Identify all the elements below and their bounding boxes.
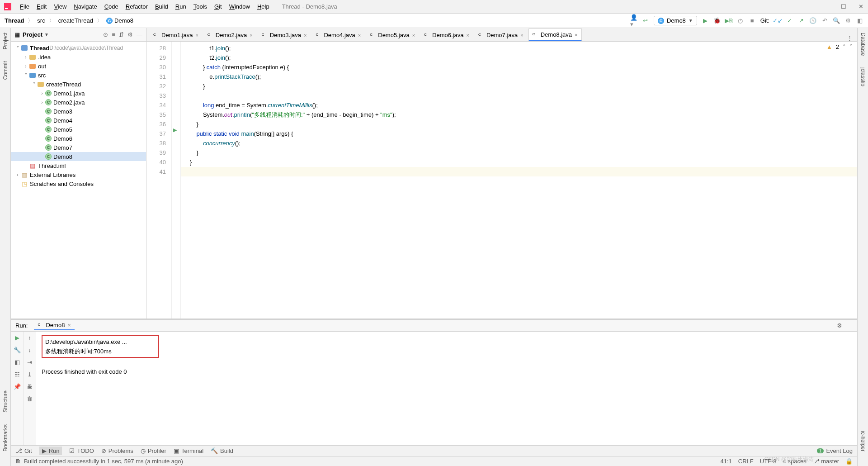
settings-icon[interactable]: ⚙ xyxy=(844,17,852,24)
menu-git[interactable]: Git xyxy=(211,3,226,10)
menu-navigate[interactable]: Navigate xyxy=(70,3,100,10)
maximize-icon[interactable]: ☐ xyxy=(840,3,847,10)
close-tab-icon[interactable]: × xyxy=(520,33,523,38)
run-hide-icon[interactable]: — xyxy=(847,322,853,329)
scroll-end-icon[interactable]: ⤓ xyxy=(27,371,32,378)
status-caret[interactable]: 41:1 xyxy=(720,458,731,465)
run-pin-icon[interactable]: 📌 xyxy=(14,383,21,390)
tool-build[interactable]: 🔨 Build xyxy=(211,447,233,454)
status-branch[interactable]: ⎇ master xyxy=(813,458,839,465)
inspect-down-icon[interactable]: ˅ xyxy=(849,43,853,50)
scroll-down-icon[interactable]: ↓ xyxy=(28,347,31,353)
menu-tools[interactable]: Tools xyxy=(190,3,211,10)
tool-git[interactable]: ⎇ Git xyxy=(15,447,32,454)
git-update-icon[interactable]: ✓↙ xyxy=(774,17,781,24)
close-tab-icon[interactable]: × xyxy=(358,33,361,38)
minimize-icon[interactable]: — xyxy=(823,3,830,10)
run-tools-icon[interactable]: 🔧 xyxy=(14,347,21,353)
close-tab-icon[interactable]: × xyxy=(304,33,307,38)
close-tab-icon[interactable]: × xyxy=(250,33,252,38)
soft-wrap-icon[interactable]: ⇥ xyxy=(27,359,32,366)
crumb-demo8[interactable]: Demo8 xyxy=(114,17,133,24)
debug-icon[interactable]: 🐞 xyxy=(713,17,721,24)
menu-refactor[interactable]: Refactor xyxy=(122,3,151,10)
run-icon[interactable]: ▶ xyxy=(702,17,709,24)
run-settings-icon[interactable]: ⚙ xyxy=(837,322,842,329)
tool-database[interactable]: Database xyxy=(860,31,866,57)
menu-window[interactable]: Window xyxy=(226,3,254,10)
tree-out[interactable]: ›out xyxy=(11,62,146,71)
user-icon[interactable]: 👤▾ xyxy=(630,17,637,24)
crumb-createthread[interactable]: createThread xyxy=(58,17,93,24)
tree--idea[interactable]: ›.idea xyxy=(11,52,146,62)
tree-demo4[interactable]: CDemo4 xyxy=(11,116,146,125)
tool-commit[interactable]: Commit xyxy=(2,59,9,81)
console-output[interactable]: D:\develop\Java\bin\java.exe ... 多线程消耗的时… xyxy=(36,332,857,445)
run-config-combo[interactable]: CDemo8▼ xyxy=(654,16,697,25)
tree-demo2-java[interactable]: ›CDemo2.java xyxy=(11,98,146,107)
rerun-icon[interactable]: ▶ xyxy=(15,334,19,341)
ide-features-icon[interactable]: ◧ xyxy=(856,17,863,24)
profile-icon[interactable]: ◷ xyxy=(737,17,744,24)
run-tab[interactable]: C Demo8 × xyxy=(34,321,75,330)
menu-view[interactable]: View xyxy=(50,3,70,10)
tree-thread-iml[interactable]: ▤Thread.iml xyxy=(11,161,146,170)
tool-profiler[interactable]: ◷ Profiler xyxy=(141,447,166,454)
inspect-up-icon[interactable]: ˄ xyxy=(843,43,846,50)
tool-eventlog[interactable]: 1 Event Log xyxy=(817,447,853,454)
git-push-icon[interactable]: ↗ xyxy=(797,17,805,24)
gutter-run-icon[interactable]: ▶ xyxy=(173,127,177,133)
tool-todo[interactable]: ☑ TODO xyxy=(69,447,94,454)
tree-scratches-and-consoles[interactable]: ◳Scratches and Consoles xyxy=(11,179,146,188)
menu-code[interactable]: Code xyxy=(101,3,122,10)
menu-run[interactable]: Run xyxy=(172,3,190,10)
breadcrumb[interactable]: Thread〉src〉createThread〉CDemo8 xyxy=(5,17,133,25)
expand-all-icon[interactable]: ≡ xyxy=(112,31,115,38)
project-tree[interactable]: ˅Thread D:\code\java\Javacode\Thread›.id… xyxy=(11,42,146,319)
stop-icon[interactable]: ■ xyxy=(749,17,756,24)
code-editor[interactable]: 2829303132333435363738394041 ▶ t1.join()… xyxy=(146,42,857,319)
tool-run[interactable]: ▶ Run xyxy=(39,447,62,455)
tree-demo6[interactable]: CDemo6 xyxy=(11,134,146,143)
tree-demo3[interactable]: CDemo3 xyxy=(11,107,146,116)
scroll-up-icon[interactable]: ↑ xyxy=(28,334,31,341)
tool-terminal[interactable]: ▣ Terminal xyxy=(174,447,203,454)
menu-edit[interactable]: Edit xyxy=(33,3,50,10)
status-encoding[interactable]: UTF-8 xyxy=(760,458,777,465)
search-icon[interactable]: 🔍 xyxy=(833,17,840,24)
select-opened-icon[interactable]: ⊙ xyxy=(103,31,108,38)
tab-demo6-java[interactable]: CDemo6.java× xyxy=(420,29,473,41)
tab-demo3-java[interactable]: CDemo3.java× xyxy=(258,29,311,41)
tree-createthread[interactable]: ˅createThread xyxy=(11,80,146,89)
tool-structure[interactable]: Structure xyxy=(2,389,9,414)
tree-demo7[interactable]: CDemo7 xyxy=(11,143,146,152)
tool-jclasslib[interactable]: jclasslib xyxy=(860,66,866,88)
run-layout-icon[interactable]: ☷ xyxy=(14,371,20,378)
clear-icon[interactable]: 🗑 xyxy=(27,395,33,402)
git-rollback-icon[interactable]: ↶ xyxy=(821,17,828,24)
status-lock-icon[interactable]: 🔒 xyxy=(845,458,853,465)
close-icon[interactable]: ✕ xyxy=(857,3,864,10)
warning-badge-icon[interactable]: ▲ xyxy=(826,43,832,50)
menu-help[interactable]: Help xyxy=(254,3,273,10)
tool-ichelper[interactable]: ic-helper xyxy=(860,429,866,453)
status-indent[interactable]: 4 spaces xyxy=(783,458,807,465)
git-history-icon[interactable]: 🕓 xyxy=(809,17,816,24)
tree-demo5[interactable]: CDemo5 xyxy=(11,125,146,134)
back-arrow-icon[interactable]: ↩ xyxy=(642,17,649,24)
tree-external-libraries[interactable]: ›▥External Libraries xyxy=(11,170,146,179)
tab-demo7-java[interactable]: CDemo7.java× xyxy=(474,29,528,41)
crumb-thread[interactable]: Thread xyxy=(5,17,24,24)
tree--b-thread-b-[interactable]: ˅Thread D:\code\java\Javacode\Thread xyxy=(11,43,146,52)
tab-demo5-java[interactable]: CDemo5.java× xyxy=(366,29,419,41)
tab-demo1-java[interactable]: CDemo1.java× xyxy=(149,29,203,41)
tool-problems[interactable]: ⊘ Problems xyxy=(101,447,133,454)
tab-demo2-java[interactable]: CDemo2.java× xyxy=(203,29,257,41)
tabs-more-icon[interactable]: ⋮ xyxy=(842,34,857,41)
collapse-all-icon[interactable]: ⇵ xyxy=(119,31,124,38)
project-view-icon[interactable]: ▦ xyxy=(14,31,20,38)
menu-file[interactable]: File xyxy=(16,3,33,10)
crumb-src[interactable]: src xyxy=(37,17,45,24)
menu-build[interactable]: Build xyxy=(151,3,172,10)
close-tab-icon[interactable]: × xyxy=(466,33,469,38)
